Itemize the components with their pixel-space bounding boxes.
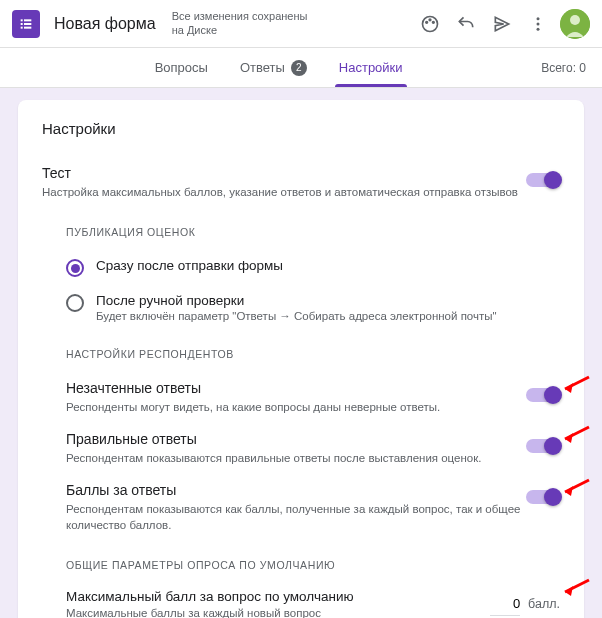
opt-points-title: Баллы за ответы bbox=[66, 482, 526, 498]
tab-responses[interactable]: Ответы 2 bbox=[236, 50, 311, 86]
more-vert-icon bbox=[529, 15, 547, 33]
svg-rect-5 bbox=[24, 26, 31, 28]
svg-rect-1 bbox=[24, 19, 31, 21]
default-max-title: Максимальный балл за вопрос по умолчанию bbox=[66, 589, 482, 604]
opt-correct-desc: Респондентам показываются правильные отв… bbox=[66, 450, 526, 466]
opt-missed: Незачтенные ответы Респонденты могут вид… bbox=[66, 372, 560, 423]
opt-points-desc: Респондентам показываются как баллы, пол… bbox=[66, 501, 526, 533]
svg-rect-4 bbox=[21, 26, 23, 28]
quiz-section: Тест Настройка максимальных баллов, указ… bbox=[42, 157, 560, 208]
forms-logo bbox=[12, 10, 40, 38]
avatar-image bbox=[560, 9, 590, 39]
svg-point-11 bbox=[537, 22, 540, 25]
opt-missed-title: Незачтенные ответы bbox=[66, 380, 526, 396]
opt-correct: Правильные ответы Респондентам показываю… bbox=[66, 423, 560, 474]
quiz-toggle[interactable] bbox=[526, 173, 560, 187]
undo-icon bbox=[456, 14, 476, 34]
opt-missed-desc: Респонденты могут видеть, на какие вопро… bbox=[66, 399, 526, 415]
avatar[interactable] bbox=[560, 9, 590, 39]
send-icon bbox=[492, 14, 512, 34]
opt-points-toggle[interactable] bbox=[526, 490, 560, 504]
tab-questions[interactable]: Вопросы bbox=[151, 50, 212, 86]
svg-point-9 bbox=[433, 21, 435, 23]
svg-point-8 bbox=[429, 19, 431, 21]
opt-points: Баллы за ответы Респондентам показываютс… bbox=[66, 474, 560, 541]
content-area: Настройки Тест Настройка максимальных ба… bbox=[0, 88, 602, 618]
svg-rect-2 bbox=[21, 23, 23, 25]
opt-correct-toggle[interactable] bbox=[526, 439, 560, 453]
defaults-label: ОБЩИЕ ПАРАМЕТРЫ ОПРОСА ПО УМОЛЧАНИЮ bbox=[66, 559, 560, 571]
radio-icon-unchecked bbox=[66, 294, 84, 312]
radio-manual[interactable]: После ручной проверки Будет включён пара… bbox=[66, 285, 560, 330]
radio-icon-checked bbox=[66, 259, 84, 277]
opt-correct-title: Правильные ответы bbox=[66, 431, 526, 447]
send-button[interactable] bbox=[484, 6, 520, 42]
customize-theme-button[interactable] bbox=[412, 6, 448, 42]
svg-point-12 bbox=[537, 27, 540, 30]
svg-rect-3 bbox=[24, 23, 31, 25]
radio-manual-desc: Будет включён параметр "Ответы → Собират… bbox=[96, 310, 560, 322]
svg-point-7 bbox=[426, 21, 428, 23]
score-unit: балл. bbox=[528, 597, 560, 611]
responses-count-badge: 2 bbox=[291, 60, 307, 76]
radio-immediate-label: Сразу после отправки формы bbox=[96, 258, 560, 273]
tabs-bar: Вопросы Ответы 2 Настройки Всего: 0 bbox=[0, 48, 602, 88]
quiz-desc: Настройка максимальных баллов, указание … bbox=[42, 184, 526, 200]
radio-immediate[interactable]: Сразу после отправки формы bbox=[66, 250, 560, 285]
save-status: Все изменения сохранены на Диске bbox=[172, 10, 308, 36]
quiz-title: Тест bbox=[42, 165, 526, 181]
svg-point-10 bbox=[537, 17, 540, 20]
app-bar: Новая форма Все изменения сохранены на Д… bbox=[0, 0, 602, 48]
respondent-settings-label: НАСТРОЙКИ РЕСПОНДЕНТОВ bbox=[66, 348, 560, 360]
default-max-row: Максимальный балл за вопрос по умолчанию… bbox=[66, 583, 560, 618]
form-title[interactable]: Новая форма bbox=[54, 15, 156, 33]
svg-point-14 bbox=[570, 15, 580, 25]
default-max-desc: Максимальные баллы за каждый новый вопро… bbox=[66, 607, 482, 618]
tab-responses-label: Ответы bbox=[240, 60, 285, 75]
publication-label: ПУБЛИКАЦИЯ ОЦЕНОК bbox=[66, 226, 560, 238]
card-title: Настройки bbox=[42, 120, 560, 137]
tab-settings[interactable]: Настройки bbox=[335, 50, 407, 86]
radio-manual-label: После ручной проверки bbox=[96, 293, 560, 308]
total-points: Всего: 0 bbox=[541, 61, 586, 75]
undo-button[interactable] bbox=[448, 6, 484, 42]
more-button[interactable] bbox=[520, 6, 556, 42]
palette-icon bbox=[420, 14, 440, 34]
opt-missed-toggle[interactable] bbox=[526, 388, 560, 402]
forms-icon bbox=[18, 16, 34, 32]
svg-rect-0 bbox=[21, 19, 23, 21]
default-max-input[interactable] bbox=[490, 592, 520, 616]
settings-card: Настройки Тест Настройка максимальных ба… bbox=[18, 100, 584, 618]
